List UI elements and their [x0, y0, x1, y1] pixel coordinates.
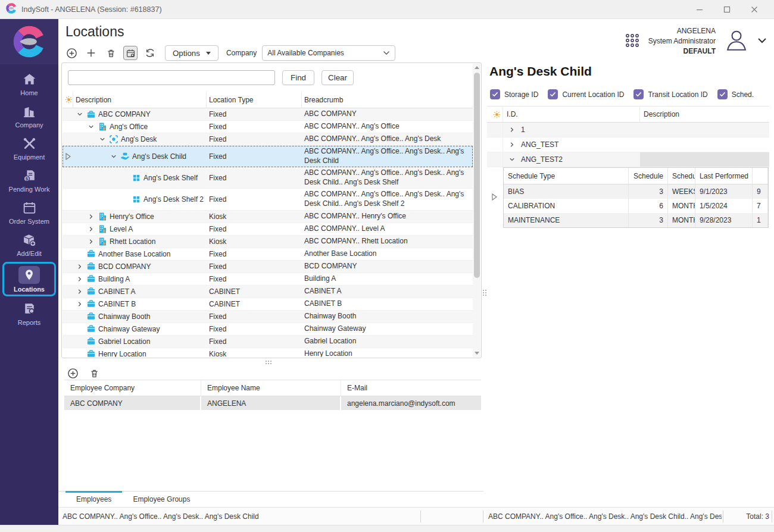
checkbox-transit-location-id[interactable]: Transit Location ID	[633, 89, 707, 99]
schedule-column-header-schedule[interactable]: Schedule	[629, 168, 668, 184]
options-button[interactable]: Options	[165, 45, 219, 61]
user-menu-chevron-icon[interactable]	[757, 37, 767, 45]
chevron-right-icon[interactable]	[76, 301, 84, 307]
sun-icon[interactable]	[487, 107, 503, 122]
detail-row-ang-test[interactable]: ANG_TEST	[487, 137, 769, 152]
scroll-up-icon[interactable]	[473, 64, 480, 71]
tree-row-rhett-location[interactable]: Rhett LocationKioskABC COMPANY.. Rhett L…	[63, 236, 473, 248]
search-input[interactable]	[68, 70, 275, 85]
tree-scrollbar[interactable]	[473, 64, 480, 357]
schedule-column-header-schedu[interactable]: Schedu	[668, 168, 695, 184]
tab-employee-groups[interactable]: Employee Groups	[122, 492, 201, 507]
company-select[interactable]: All Available Companies	[262, 45, 395, 61]
checkbox-checked-icon[interactable]	[717, 89, 728, 99]
tree-row-gabriel-location[interactable]: Gabriel LocationFixedGabriel Location	[63, 336, 473, 348]
column-header-employee-company[interactable]: Employee Company	[64, 380, 201, 396]
tree-row-chainway-booth[interactable]: Chainway BoothFixedChainway Booth	[63, 311, 473, 323]
tree-row-ang-s-desk-child[interactable]: Ang's Desk ChildFixedABC COMPANY.. Ang's…	[63, 146, 473, 167]
schedule-row-calibration[interactable]: CALIBRATION6MONTHS1/5/20247	[504, 199, 768, 213]
column-header-description[interactable]: Description	[640, 107, 769, 122]
sun-icon[interactable]	[63, 92, 73, 108]
tree-row-cabinet-a[interactable]: CABINET ACABINETCABINET A	[63, 286, 473, 298]
location-name: Chainway Booth	[98, 312, 150, 321]
chevron-down-icon[interactable]	[98, 136, 107, 142]
checkbox-checked-icon[interactable]	[490, 89, 500, 99]
checkbox-sched[interactable]: Sched.	[717, 89, 754, 99]
schedule-cell: 1	[753, 213, 768, 227]
chevron-right-icon[interactable]	[508, 127, 516, 133]
sidebar-item-order-system[interactable]: Order System	[0, 196, 58, 229]
tree-row-ang-s-desk-shelf-2[interactable]: Ang's Desk Shelf 2FixedABC COMPANY.. Ang…	[63, 189, 473, 210]
plus-icon[interactable]	[84, 46, 98, 60]
chevron-down-icon[interactable]	[508, 157, 516, 162]
trash-icon[interactable]	[104, 46, 118, 60]
sidebar-item-company[interactable]: Company	[0, 100, 58, 132]
column-header-employee-name[interactable]: Employee Name	[201, 380, 341, 396]
chevron-right-icon[interactable]	[76, 264, 84, 270]
column-header-id[interactable]: I.D.	[503, 107, 640, 122]
row-indicator-cell	[63, 121, 73, 133]
column-header-location-type[interactable]: Location Type	[207, 92, 302, 108]
avatar[interactable]	[724, 28, 749, 55]
tree-row-henry-s-office[interactable]: Henry's OfficeKioskABC COMPANY.. Henry's…	[63, 211, 473, 223]
horizontal-splitter-grip[interactable]	[266, 361, 273, 365]
tree-row-henry-location[interactable]: Henry LocationKioskHenry Location	[63, 348, 473, 357]
tree-row-bcd-company[interactable]: BCD COMPANYFixedBCD COMPANY	[63, 261, 473, 273]
delete-employee-icon[interactable]	[87, 366, 101, 380]
schedule-column-header-schedule-type[interactable]: Schedule Type	[504, 168, 629, 184]
chevron-right-icon[interactable]	[508, 142, 516, 148]
schedule-column-header-next[interactable]	[753, 168, 768, 184]
sidebar-item-pending-work[interactable]: $Pending Work	[0, 164, 58, 196]
chevron-right-icon[interactable]	[87, 226, 95, 232]
chevron-right-icon[interactable]	[76, 289, 84, 295]
checkbox-storage-id[interactable]: Storage ID	[490, 89, 538, 99]
chevron-right-icon[interactable]	[76, 276, 84, 282]
checkbox-checked-icon[interactable]	[633, 89, 644, 99]
schedule-column-header-last-performed[interactable]: Last Performed	[695, 168, 753, 184]
employee-row[interactable]: ABC COMPANYANGELENAangelena.marciano@ind…	[64, 396, 481, 410]
clear-button[interactable]: Clear	[322, 70, 354, 85]
column-header-email[interactable]: E-Mail	[341, 380, 481, 396]
tree-row-ang-s-desk-shelf[interactable]: Ang's Desk ShelfFixedABC COMPANY.. Ang's…	[63, 167, 473, 189]
sidebar-item-add-edit[interactable]: Add/Edit	[0, 229, 58, 261]
tree-row-cabinet-b[interactable]: CABINET BCABINETCABINET B	[63, 298, 473, 311]
sidebar-item-equipment[interactable]: Equipment	[0, 132, 58, 164]
calendar-icon[interactable]	[123, 46, 138, 60]
apps-grid-icon[interactable]	[625, 33, 640, 50]
chevron-right-icon[interactable]	[87, 214, 95, 220]
scrollbar-thumb[interactable]	[474, 73, 480, 278]
close-button[interactable]	[741, 1, 768, 18]
add-employee-icon[interactable]	[65, 366, 80, 380]
chevron-down-icon[interactable]	[110, 154, 118, 159]
column-header-description[interactable]: Description	[73, 92, 207, 108]
column-header-breadcrumb[interactable]: Breadcrumb	[302, 92, 473, 108]
minimize-button[interactable]	[686, 1, 713, 18]
chevron-down-icon[interactable]	[76, 111, 84, 117]
tree-row-ang-s-office[interactable]: Ang's OfficeFixedABC COMPANY.. Ang's Off…	[63, 121, 473, 133]
sidebar-item-reports[interactable]: Reports	[0, 298, 58, 330]
schedule-row-bias[interactable]: BIAS3WEEKS9/1/20239	[504, 184, 768, 199]
tree-cell-location-type: Fixed	[207, 223, 302, 235]
tab-employees[interactable]: Employees	[65, 492, 122, 507]
find-button[interactable]: Find	[282, 70, 314, 85]
checkbox-current-location-id[interactable]: Current Location ID	[548, 89, 624, 99]
tree-row-ang-s-desk[interactable]: Ang's DeskFixedABC COMPANY.. Ang's Offic…	[63, 133, 473, 146]
add-circle-icon[interactable]	[64, 46, 79, 60]
checkbox-checked-icon[interactable]	[548, 89, 558, 99]
tree-row-level-a[interactable]: Level AFixedABC COMPANY.. Level A	[63, 223, 473, 236]
sidebar-item-home[interactable]: Home	[0, 68, 58, 100]
sidebar-item-locations[interactable]: Locations	[2, 262, 56, 296]
refresh-icon[interactable]	[143, 46, 157, 60]
scroll-down-icon[interactable]	[473, 349, 480, 357]
chevron-right-icon[interactable]	[87, 239, 95, 245]
chevron-down-icon[interactable]	[87, 124, 95, 130]
tree-row-chainway-gateway[interactable]: Chainway GatewayFixedChainway Gateway	[63, 323, 473, 336]
detail-row-1[interactable]: 1	[487, 123, 769, 137]
tree-cell-description: BCD COMPANY	[73, 261, 207, 273]
maximize-button[interactable]	[713, 1, 741, 18]
tree-row-abc-company[interactable]: ABC COMPANYFixedABC COMPANY	[63, 108, 473, 121]
detail-row-ang-test2[interactable]: ANG_TEST2	[487, 152, 769, 167]
schedule-row-maintenance[interactable]: MAINTENANCE3MONTHS9/28/20231	[504, 213, 768, 227]
tree-row-another-base-location[interactable]: Another Base LocationFixedAnother Base L…	[63, 248, 473, 261]
tree-row-building-a[interactable]: Building AFixedBuilding A	[63, 273, 473, 286]
